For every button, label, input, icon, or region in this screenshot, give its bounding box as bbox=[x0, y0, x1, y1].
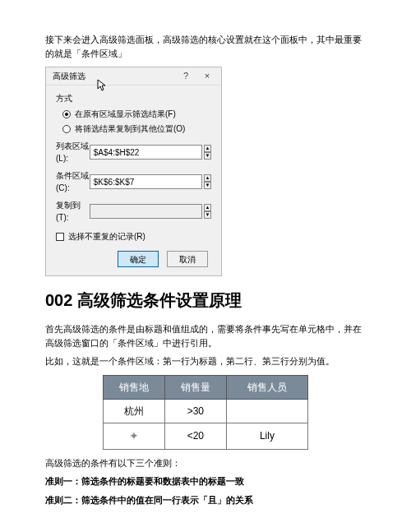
paragraph-3: 高级筛选的条件有以下三个准则： bbox=[45, 456, 366, 470]
checkbox-icon bbox=[56, 233, 64, 241]
ok-button[interactable]: 确定 bbox=[118, 251, 159, 267]
th-person: 销售人员 bbox=[226, 375, 307, 399]
dialog-titlebar: 高级筛选 ? × bbox=[46, 67, 221, 86]
cell: ✦ bbox=[104, 423, 165, 449]
condition-table: 销售地 销售量 销售人员 杭州 >30 ✦ <20 Lily bbox=[103, 375, 308, 450]
criteria-range-label: 条件区域(C): bbox=[56, 169, 90, 194]
radio-label: 将筛选结果复制到其他位置(O) bbox=[75, 123, 185, 135]
rule-1: 准则一：筛选条件的标题要和数据表中的标题一致 bbox=[45, 474, 366, 488]
paragraph-2: 比如，这就是一个条件区域：第一行为标题，第二行、第三行分别为值。 bbox=[45, 354, 366, 368]
dialog-title: 高级筛选 bbox=[53, 70, 175, 82]
radio-icon bbox=[62, 110, 71, 118]
table-row: 杭州 >30 bbox=[104, 399, 308, 423]
radio-copy-other[interactable]: 将筛选结果复制到其他位置(O) bbox=[62, 123, 211, 135]
section-heading: 002 高级筛选条件设置原理 bbox=[45, 288, 366, 312]
copy-to-label: 复制到(T): bbox=[56, 199, 90, 224]
paragraph-1: 首先高级筛选的条件是由标题和值组成的，需要将条件事先写在单元格中，并在高级筛选窗… bbox=[45, 322, 366, 349]
list-range-label: 列表区域(L): bbox=[56, 140, 90, 164]
th-volume: 销售量 bbox=[164, 375, 226, 399]
cell: Lily bbox=[226, 423, 307, 449]
unique-records-checkbox[interactable]: 选择不重复的记录(R) bbox=[56, 230, 211, 243]
radio-label: 在原有区域显示筛选结果(F) bbox=[75, 108, 176, 120]
cursor-icon bbox=[97, 79, 107, 96]
help-button[interactable]: ? bbox=[175, 69, 196, 84]
range-picker-button: ▲▼ bbox=[204, 204, 211, 219]
cell bbox=[226, 399, 307, 423]
radio-icon bbox=[62, 125, 71, 133]
plus-icon: ✦ bbox=[129, 429, 139, 442]
cell: >30 bbox=[164, 399, 226, 423]
cell: <20 bbox=[164, 423, 226, 449]
method-group-label: 方式 bbox=[56, 92, 211, 104]
rule-2: 准则二：筛选条件中的值在同一行表示「且」的关系 bbox=[45, 493, 366, 507]
cell: 杭州 bbox=[104, 399, 165, 423]
radio-show-in-place[interactable]: 在原有区域显示筛选结果(F) bbox=[62, 108, 211, 120]
intro-text: 接下来会进入高级筛选面板，高级筛选的核心设置就在这个面板中，其中最重要的就是「条… bbox=[45, 33, 366, 60]
range-picker-button[interactable]: ▲▼ bbox=[204, 174, 211, 189]
list-range-input[interactable] bbox=[90, 145, 202, 160]
criteria-range-input[interactable] bbox=[90, 174, 202, 189]
close-button[interactable]: × bbox=[196, 69, 218, 84]
checkbox-label: 选择不重复的记录(R) bbox=[68, 230, 145, 243]
th-area: 销售地 bbox=[104, 375, 165, 399]
cancel-button[interactable]: 取消 bbox=[167, 251, 208, 267]
table-row: ✦ <20 Lily bbox=[104, 423, 308, 449]
copy-to-input bbox=[90, 204, 202, 219]
advanced-filter-dialog: 高级筛选 ? × 方式 在原有区域显示筛选结果(F) 将筛选结果复制到其他位置(… bbox=[45, 67, 222, 276]
range-picker-button[interactable]: ▲▼ bbox=[204, 145, 211, 160]
